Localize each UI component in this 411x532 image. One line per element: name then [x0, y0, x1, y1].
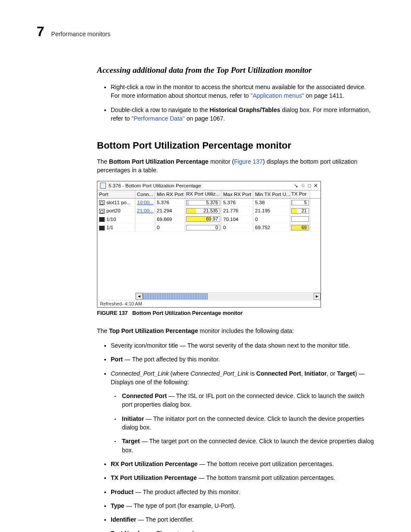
scroll-track[interactable]	[143, 293, 314, 299]
cell-rx: 21.535	[185, 207, 221, 215]
intro-paragraph: The Bottom Port Utilization Percentage m…	[97, 157, 374, 175]
pin-icon[interactable]: ↘	[294, 183, 298, 188]
port-icon	[99, 226, 105, 230]
col-port[interactable]: Port	[97, 190, 135, 198]
field-tx: TX Port Utilization Percentage — The bot…	[111, 473, 374, 482]
cell-max-rx: 0	[221, 224, 253, 231]
section-name: Performance monitors	[51, 31, 111, 37]
cell-min-rx: 5.376	[155, 199, 185, 206]
cell-min-rx: 69.869	[155, 215, 185, 223]
cell-rx: 5.376	[185, 199, 221, 206]
severity-icon	[100, 183, 106, 189]
monitor-titlebar: 5.376 - Bottom Port Utilization Percenta…	[97, 181, 321, 190]
col-min-rx[interactable]: Min RX Port ...	[155, 190, 185, 198]
cell-tx: 69	[290, 224, 310, 231]
port-icon	[99, 209, 105, 214]
close-icon[interactable]: ✕	[314, 183, 318, 188]
cell-conn[interactable]: 21:00...	[135, 207, 155, 215]
cell-tx: 5	[290, 199, 310, 206]
fields-list: Severity icon/monitor title — The worst …	[97, 341, 374, 532]
scrollbar-row: ◄ ►	[97, 292, 321, 300]
cell-port: port20	[97, 207, 135, 215]
cell-tx	[290, 215, 310, 223]
col-tx[interactable]: TX Por	[290, 190, 310, 198]
cell-rx: 0	[185, 224, 221, 231]
monitor-window: 5.376 - Bottom Port Utilization Percenta…	[97, 181, 321, 308]
port-icon	[99, 200, 105, 205]
table-body: slot11 po...10:00...5.3765.3765.3765.385…	[97, 199, 321, 232]
col-min-tx[interactable]: Min TX Port U...	[253, 190, 290, 198]
col-conn[interactable]: Conn...	[135, 190, 155, 198]
subfield-target: Target — The target port on the connecte…	[122, 437, 374, 454]
figure-caption: FIGURE 137 Bottom Port Utilization Perce…	[97, 310, 374, 316]
access-item-2: Double-click a row to navigate to the Hi…	[111, 106, 374, 123]
field-port-number: Port Number — The port number.	[111, 529, 374, 532]
chapter-number: 7	[37, 24, 44, 40]
field-rx: RX Port Utilization Percentage — The bot…	[111, 460, 374, 468]
after-figure-paragraph: The Top Port Utilization Percentage moni…	[97, 327, 374, 335]
access-list: Right-click a row in the monitor to acce…	[97, 83, 374, 123]
cell-max-rx: 5.376	[221, 199, 253, 206]
subfield-connected-port: Connected Port — The ISL or IFL port on …	[122, 392, 374, 409]
field-identifier: Identifier — The port identifier.	[111, 515, 374, 524]
maximize-icon[interactable]: □	[308, 183, 311, 188]
link-application-menus[interactable]: "Application menus"	[250, 92, 304, 99]
heading-bottom-port: Bottom Port Utilization Percentage monit…	[97, 140, 374, 151]
col-rx[interactable]: RX Port Utiliz...	[185, 190, 221, 198]
cell-port: 1/10	[97, 215, 135, 223]
page-header: 7 Performance monitors	[37, 24, 374, 40]
table-header: Port Conn... Min RX Port ... RX Port Uti…	[97, 190, 321, 199]
up-icon[interactable]: ☆	[301, 183, 305, 188]
cell-min-rx: 21.294	[155, 207, 185, 215]
table-empty-area	[97, 232, 321, 292]
cell-max-rx: 70.104	[221, 215, 253, 223]
table-row[interactable]: port2021:00...21.29421.53521.77621.19521	[97, 207, 321, 215]
monitor-status-text: Refreshed- 4:10 AM	[97, 300, 321, 307]
cell-conn	[135, 215, 155, 223]
titlebar-icons: ↘ ☆ □ ✕	[294, 183, 318, 188]
port-icon	[99, 217, 105, 222]
scroll-thumb[interactable]	[143, 293, 208, 299]
access-item-1: Right-click a row in the monitor to acce…	[111, 83, 374, 100]
field-product: Product — The product affected by this m…	[111, 488, 374, 496]
cell-min-tx: 0	[253, 215, 290, 223]
cell-conn	[135, 224, 155, 231]
cell-min-tx: 5.38	[253, 199, 290, 206]
cell-min-rx: 0	[155, 224, 185, 231]
field-connected-port-link: Connected_Port_Link (where Connected_Por…	[111, 369, 374, 454]
subheading-accessing: Accessing additional data from the Top P…	[97, 65, 374, 75]
field-port: Port — The port affected by this monitor…	[111, 355, 374, 364]
monitor-title-text: 5.376 - Bottom Port Utilization Percenta…	[109, 183, 201, 188]
table-row[interactable]: 1/100069.75269	[97, 224, 321, 232]
scroll-right-button[interactable]: ►	[314, 293, 321, 300]
field-severity: Severity icon/monitor title — The worst …	[111, 341, 374, 350]
table-row[interactable]: 1/1069.86969.9770.1040	[97, 215, 321, 224]
link-performance-data[interactable]: "Performance Data"	[131, 115, 185, 122]
link-figure-137[interactable]: Figure 137	[234, 158, 263, 165]
cell-conn[interactable]: 10:00...	[135, 199, 155, 206]
cell-port: slot11 po...	[97, 199, 135, 206]
field-type: Type — The type of port (for example, U-…	[111, 501, 374, 510]
col-max-rx[interactable]: Max RX Port ...	[221, 190, 253, 198]
cell-min-tx: 21.195	[253, 207, 290, 215]
cell-max-rx: 21.776	[221, 207, 253, 215]
cell-port: 1/1	[97, 224, 135, 231]
cell-rx: 69.97	[185, 215, 221, 223]
cell-min-tx: 69.752	[253, 224, 290, 231]
subfield-initiator: Initiator — The initiator port on the co…	[122, 414, 374, 432]
cell-tx: 21	[290, 207, 310, 215]
scroll-left-button[interactable]: ◄	[136, 293, 143, 300]
table-row[interactable]: slot11 po...10:00...5.3765.3765.3765.385	[97, 199, 321, 207]
